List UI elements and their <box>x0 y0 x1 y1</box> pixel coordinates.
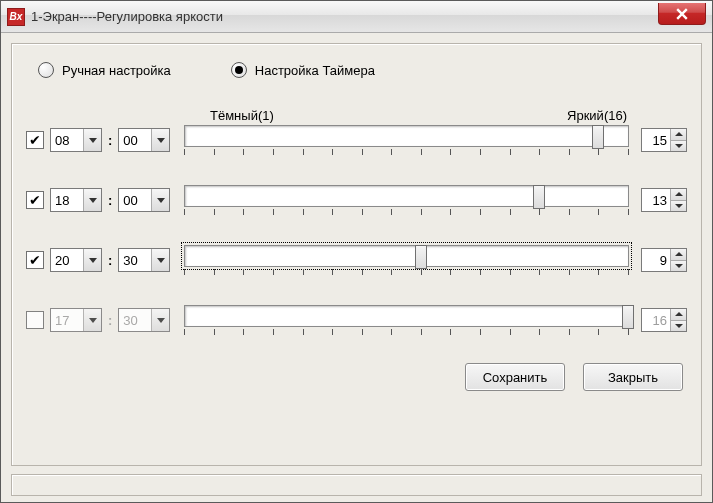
mode-radio-group: Ручная настройка Настройка Таймера <box>26 62 687 78</box>
spinner-down-button[interactable] <box>671 141 686 152</box>
enable-checkbox[interactable] <box>26 191 44 209</box>
hour-value: 20 <box>51 253 83 268</box>
window-close-button[interactable] <box>658 3 706 25</box>
chevron-down-icon <box>151 129 169 151</box>
client-area: Ручная настройка Настройка Таймера Тёмны… <box>1 33 712 502</box>
spinner-value: 16 <box>642 309 670 331</box>
spinner-buttons <box>670 309 686 331</box>
slider-ticks <box>184 329 629 337</box>
spinner-up-button[interactable] <box>671 249 686 261</box>
chevron-down-icon <box>83 309 101 331</box>
minute-select[interactable]: 00 <box>118 128 170 152</box>
chevron-down-icon <box>151 189 169 211</box>
slider-ticks <box>184 269 629 277</box>
time-colon: : <box>108 253 112 268</box>
spinner-value: 9 <box>642 249 670 271</box>
minute-value: 30 <box>119 313 151 328</box>
time-row: 17:3016 <box>26 303 687 337</box>
hour-select[interactable]: 20 <box>50 248 102 272</box>
close-button-label: Закрыть <box>608 370 658 385</box>
slider-track <box>184 185 629 207</box>
enable-checkbox[interactable] <box>26 131 44 149</box>
titlebar: Bx 1-Экран----Регулировка яркости <box>1 1 712 33</box>
chevron-down-icon <box>151 249 169 271</box>
radio-manual-label: Ручная настройка <box>62 63 171 78</box>
spinner-up-button[interactable] <box>671 189 686 201</box>
radio-timer[interactable]: Настройка Таймера <box>231 62 375 78</box>
slider-thumb[interactable] <box>592 125 604 149</box>
spinner-value: 15 <box>642 129 670 151</box>
time-row: 08:0015 <box>26 123 687 157</box>
enable-checkbox[interactable] <box>26 251 44 269</box>
time-row: 18:0013 <box>26 183 687 217</box>
close-icon <box>676 8 688 20</box>
time-colon: : <box>108 313 112 328</box>
minute-value: 00 <box>119 193 151 208</box>
save-button-label: Сохранить <box>483 370 548 385</box>
minute-value: 30 <box>119 253 151 268</box>
radio-timer-label: Настройка Таймера <box>255 63 375 78</box>
status-bar <box>11 474 702 496</box>
spinner-down-button[interactable] <box>671 201 686 212</box>
brightness-spinner[interactable]: 9 <box>641 248 687 272</box>
time-colon: : <box>108 193 112 208</box>
brightness-spinner[interactable]: 16 <box>641 308 687 332</box>
brightness-slider[interactable] <box>184 305 629 335</box>
app-icon: Bx <box>7 8 25 26</box>
brightness-slider[interactable] <box>184 185 629 215</box>
minute-select[interactable]: 30 <box>118 248 170 272</box>
slider-thumb[interactable] <box>415 245 427 269</box>
hour-value: 18 <box>51 193 83 208</box>
time-row: 20:309 <box>26 243 687 277</box>
hour-value: 08 <box>51 133 83 148</box>
brightness-spinner[interactable]: 15 <box>641 128 687 152</box>
spinner-buttons <box>670 129 686 151</box>
brightness-slider[interactable] <box>184 245 629 275</box>
minute-value: 00 <box>119 133 151 148</box>
radio-icon <box>38 62 54 78</box>
spinner-down-button[interactable] <box>671 261 686 272</box>
brightness-spinner[interactable]: 13 <box>641 188 687 212</box>
hour-select[interactable]: 17 <box>50 308 102 332</box>
slider-track <box>184 245 629 267</box>
spinner-up-button[interactable] <box>671 129 686 141</box>
spinner-value: 13 <box>642 189 670 211</box>
slider-thumb[interactable] <box>533 185 545 209</box>
window-title: 1-Экран----Регулировка яркости <box>31 9 223 24</box>
chevron-down-icon <box>83 129 101 151</box>
slider-ticks <box>184 209 629 217</box>
spinner-up-button[interactable] <box>671 309 686 321</box>
hour-select[interactable]: 18 <box>50 188 102 212</box>
dark-label: Тёмный(1) <box>210 108 274 123</box>
app-window: Bx 1-Экран----Регулировка яркости Ручная… <box>0 0 713 503</box>
bright-label: Яркий(16) <box>567 108 627 123</box>
time-colon: : <box>108 133 112 148</box>
enable-checkbox[interactable] <box>26 311 44 329</box>
slider-track <box>184 125 629 147</box>
radio-manual[interactable]: Ручная настройка <box>38 62 171 78</box>
spinner-buttons <box>670 249 686 271</box>
close-button[interactable]: Закрыть <box>583 363 683 391</box>
hour-value: 17 <box>51 313 83 328</box>
minute-select[interactable]: 30 <box>118 308 170 332</box>
spinner-buttons <box>670 189 686 211</box>
chevron-down-icon <box>151 309 169 331</box>
hour-select[interactable]: 08 <box>50 128 102 152</box>
brightness-slider[interactable] <box>184 125 629 155</box>
minute-select[interactable]: 00 <box>118 188 170 212</box>
chevron-down-icon <box>83 249 101 271</box>
slider-track <box>184 305 629 327</box>
chevron-down-icon <box>83 189 101 211</box>
slider-ticks <box>184 149 629 157</box>
settings-group: Ручная настройка Настройка Таймера Тёмны… <box>11 43 702 466</box>
slider-thumb[interactable] <box>622 305 634 329</box>
slider-header: Тёмный(1) Яркий(16) <box>210 108 627 123</box>
spinner-down-button[interactable] <box>671 321 686 332</box>
dialog-buttons: Сохранить Закрыть <box>26 363 687 391</box>
save-button[interactable]: Сохранить <box>465 363 565 391</box>
radio-icon <box>231 62 247 78</box>
